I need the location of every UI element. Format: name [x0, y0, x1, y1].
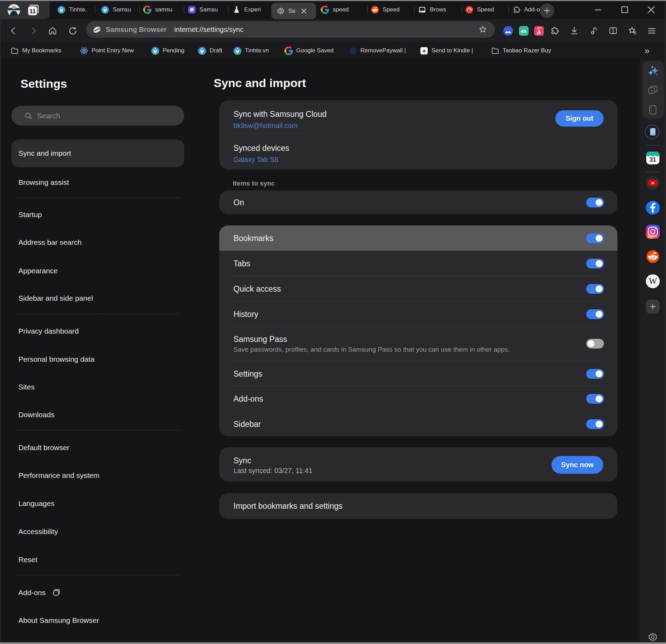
- svg-text:W: W: [649, 276, 657, 286]
- svg-text:11: 11: [29, 8, 36, 15]
- svg-text:31: 31: [650, 156, 656, 163]
- svg-text:A: A: [650, 89, 653, 93]
